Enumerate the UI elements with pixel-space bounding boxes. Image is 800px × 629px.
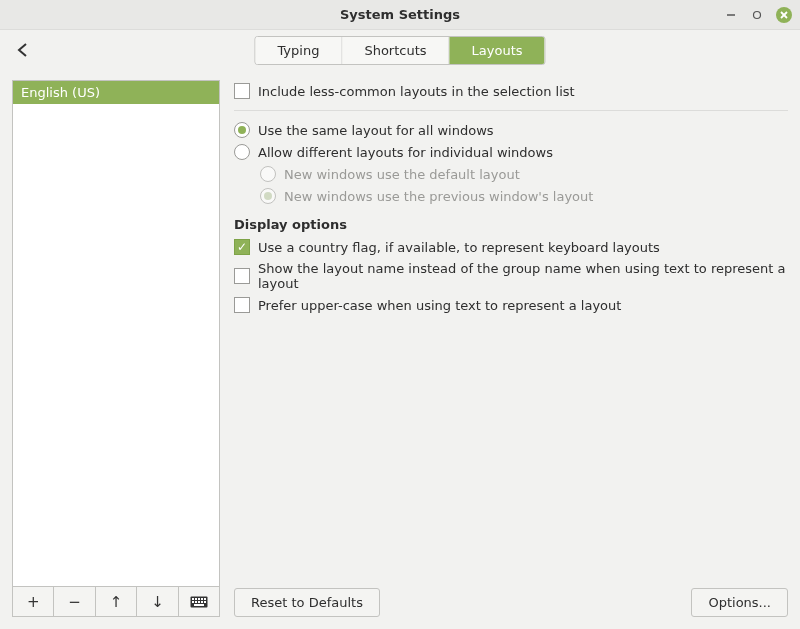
svg-rect-11 bbox=[195, 601, 197, 603]
window-title: System Settings bbox=[340, 7, 460, 22]
radio-same-layout-row[interactable]: Use the same layout for all windows bbox=[234, 119, 788, 141]
svg-rect-13 bbox=[201, 601, 203, 603]
keyboard-icon bbox=[190, 596, 208, 608]
content-area: English (US) + − ↑ ↓ Include less-common… bbox=[0, 70, 800, 629]
checkbox-country-flag[interactable] bbox=[234, 239, 250, 255]
label-new-previous: New windows use the previous window's la… bbox=[284, 189, 593, 204]
label-upper-case: Prefer upper-case when using text to rep… bbox=[258, 298, 621, 313]
bottom-button-row: Reset to Defaults Options... bbox=[234, 588, 788, 617]
label-new-default: New windows use the default layout bbox=[284, 167, 520, 182]
toolbar: Typing Shortcuts Layouts bbox=[0, 30, 800, 70]
svg-rect-8 bbox=[201, 598, 203, 600]
tab-shortcuts[interactable]: Shortcuts bbox=[342, 37, 449, 64]
settings-panel: Include less-common layouts in the selec… bbox=[234, 80, 788, 580]
svg-point-1 bbox=[754, 12, 761, 19]
options-button[interactable]: Options... bbox=[691, 588, 788, 617]
settings-column: Include less-common layouts in the selec… bbox=[234, 80, 788, 617]
checkbox-layout-name[interactable] bbox=[234, 268, 250, 284]
radio-allow-different[interactable] bbox=[234, 144, 250, 160]
display-options-heading: Display options bbox=[234, 217, 788, 232]
arrow-down-icon: ↓ bbox=[151, 593, 164, 611]
move-down-button[interactable]: ↓ bbox=[137, 587, 178, 616]
label-layout-name: Show the layout name instead of the grou… bbox=[258, 261, 788, 291]
maximize-icon[interactable] bbox=[750, 8, 764, 22]
label-allow-different: Allow different layouts for individual w… bbox=[258, 145, 553, 160]
radio-new-default bbox=[260, 166, 276, 182]
label-country-flag: Use a country flag, if available, to rep… bbox=[258, 240, 660, 255]
label-include-less-common: Include less-common layouts in the selec… bbox=[258, 84, 575, 99]
radio-allow-different-row[interactable]: Allow different layouts for individual w… bbox=[234, 141, 788, 163]
divider bbox=[234, 110, 788, 111]
remove-layout-button[interactable]: − bbox=[54, 587, 95, 616]
radio-new-previous bbox=[260, 188, 276, 204]
svg-rect-15 bbox=[194, 604, 204, 606]
checkbox-include-less-common-row[interactable]: Include less-common layouts in the selec… bbox=[234, 80, 788, 102]
plus-icon: + bbox=[27, 593, 40, 611]
checkbox-layout-name-row[interactable]: Show the layout name instead of the grou… bbox=[234, 258, 788, 294]
arrow-up-icon: ↑ bbox=[110, 593, 123, 611]
reset-defaults-button[interactable]: Reset to Defaults bbox=[234, 588, 380, 617]
svg-rect-9 bbox=[204, 598, 206, 600]
checkbox-country-flag-row[interactable]: Use a country flag, if available, to rep… bbox=[234, 236, 788, 258]
radio-same-layout[interactable] bbox=[234, 122, 250, 138]
show-layout-button[interactable] bbox=[179, 587, 219, 616]
svg-rect-6 bbox=[195, 598, 197, 600]
close-icon[interactable] bbox=[776, 7, 792, 23]
window-controls bbox=[724, 0, 792, 30]
svg-rect-7 bbox=[198, 598, 200, 600]
checkbox-include-less-common[interactable] bbox=[234, 83, 250, 99]
layout-list[interactable]: English (US) bbox=[12, 80, 220, 587]
layout-column: English (US) + − ↑ ↓ bbox=[12, 80, 220, 617]
move-up-button[interactable]: ↑ bbox=[96, 587, 137, 616]
tab-layouts[interactable]: Layouts bbox=[450, 37, 545, 64]
layout-list-item[interactable]: English (US) bbox=[13, 81, 219, 104]
radio-new-previous-row: New windows use the previous window's la… bbox=[260, 185, 788, 207]
titlebar: System Settings bbox=[0, 0, 800, 30]
svg-rect-12 bbox=[198, 601, 200, 603]
svg-rect-5 bbox=[192, 598, 194, 600]
back-button[interactable] bbox=[10, 37, 36, 63]
checkbox-upper-case[interactable] bbox=[234, 297, 250, 313]
tab-typing[interactable]: Typing bbox=[255, 37, 342, 64]
layout-list-toolbar: + − ↑ ↓ bbox=[12, 587, 220, 617]
tab-bar: Typing Shortcuts Layouts bbox=[254, 36, 545, 65]
checkbox-upper-case-row[interactable]: Prefer upper-case when using text to rep… bbox=[234, 294, 788, 316]
label-same-layout: Use the same layout for all windows bbox=[258, 123, 494, 138]
radio-new-default-row: New windows use the default layout bbox=[260, 163, 788, 185]
minimize-icon[interactable] bbox=[724, 8, 738, 22]
svg-rect-14 bbox=[204, 601, 206, 603]
minus-icon: − bbox=[68, 593, 81, 611]
add-layout-button[interactable]: + bbox=[13, 587, 54, 616]
svg-rect-10 bbox=[192, 601, 194, 603]
